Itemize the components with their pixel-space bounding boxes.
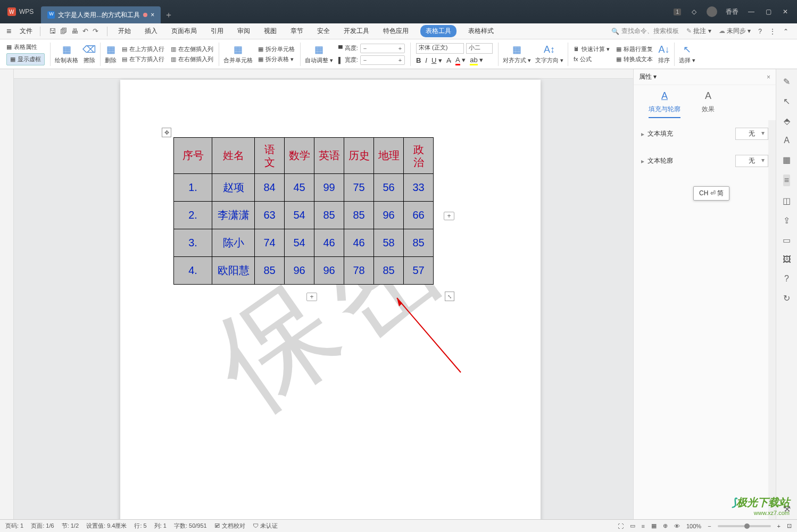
header-cell[interactable]: 政治 bbox=[404, 138, 434, 174]
fit-icon[interactable]: ⊡ bbox=[787, 522, 792, 529]
strike-button[interactable]: A̶ bbox=[446, 56, 451, 64]
width-minus[interactable]: − bbox=[361, 57, 369, 63]
text-fill-row[interactable]: ▸文本填充无 bbox=[634, 120, 776, 147]
tab-reference[interactable]: 引用 bbox=[209, 25, 226, 37]
panel-tab-fill[interactable]: A填充与轮廓 bbox=[649, 90, 680, 118]
view-print-icon[interactable]: ▭ bbox=[630, 522, 635, 529]
print-preview-icon[interactable]: 🗐 bbox=[60, 27, 67, 35]
command-search[interactable]: 🔍 查找命令、搜索模板 bbox=[611, 27, 679, 36]
font-color-button[interactable]: A ▾ bbox=[455, 56, 466, 65]
header-cell[interactable]: 数学 bbox=[285, 138, 314, 174]
col-width-control[interactable]: ▌ 宽度: −+ bbox=[338, 55, 405, 65]
tab-section[interactable]: 章节 bbox=[288, 25, 305, 37]
save-icon[interactable]: 🖫 bbox=[49, 27, 56, 35]
undo-icon[interactable]: ↶ bbox=[82, 27, 88, 35]
panel-title[interactable]: 属性 ▾ bbox=[639, 72, 657, 81]
view-outline-icon[interactable]: ≡ bbox=[642, 523, 645, 529]
grid-icon[interactable]: ▦ bbox=[783, 155, 791, 165]
draw-table-button[interactable]: ▦绘制表格 bbox=[53, 43, 80, 65]
tab-start[interactable]: 开始 bbox=[116, 25, 133, 37]
minimize-icon[interactable]: — bbox=[747, 7, 756, 16]
status-proof[interactable]: 🗹 文档校对 bbox=[214, 522, 245, 530]
header-cell[interactable]: 语文 bbox=[255, 138, 285, 174]
maximize-icon[interactable]: ▢ bbox=[764, 7, 773, 16]
panel-close-icon[interactable]: × bbox=[767, 73, 770, 81]
height-minus[interactable]: − bbox=[361, 45, 369, 52]
more-icon[interactable]: ⋮ bbox=[769, 28, 776, 35]
tab-close-icon[interactable]: × bbox=[151, 11, 154, 19]
autofit-button[interactable]: ▦自动调整 ▾ bbox=[303, 43, 335, 65]
tab-insert[interactable]: 插入 bbox=[143, 25, 160, 37]
outline-dropdown[interactable]: 无 bbox=[735, 155, 768, 167]
align-button[interactable]: ▦对齐方式 ▾ bbox=[501, 43, 533, 65]
insert-col-right[interactable]: ▥ 在右侧插入列 bbox=[171, 55, 213, 63]
insert-row-below[interactable]: ▤ 在下方插入行 bbox=[122, 55, 164, 63]
tab-dev-tools[interactable]: 开发工具 bbox=[342, 25, 371, 37]
collapse-icon[interactable]: ⌃ bbox=[783, 28, 788, 35]
zoom-value[interactable]: 100% bbox=[686, 523, 701, 529]
insert-row-above[interactable]: ▤ 在上方插入行 bbox=[122, 45, 164, 53]
font-name-combo[interactable]: 宋体 (正文) bbox=[416, 43, 464, 54]
zoom-in-icon[interactable]: + bbox=[777, 523, 781, 529]
data-table[interactable]: 序号 姓名 语文 数学 英语 历史 地理 政治 1.赵项844599755633… bbox=[173, 137, 434, 285]
tab-special[interactable]: 特色应用 bbox=[381, 25, 411, 37]
notification-badge[interactable]: 1 bbox=[674, 9, 681, 15]
help-icon[interactable]: ? bbox=[758, 28, 762, 35]
show-grid-toggle[interactable]: ▦ 显示虚框 bbox=[6, 53, 45, 65]
header-cell[interactable]: 英语 bbox=[314, 138, 344, 174]
sync-button[interactable]: ☁ 未同步 ▾ bbox=[719, 27, 751, 36]
header-cell[interactable]: 地理 bbox=[374, 138, 404, 174]
tab-table-style[interactable]: 表格样式 bbox=[466, 25, 496, 37]
zoom-out-icon[interactable]: − bbox=[708, 523, 711, 529]
header-cell[interactable]: 序号 bbox=[174, 138, 212, 174]
underline-button[interactable]: U ▾ bbox=[431, 56, 442, 64]
redo-icon[interactable]: ↷ bbox=[93, 27, 98, 35]
delete-button[interactable]: ▦删除 bbox=[103, 43, 119, 65]
clipboard-icon[interactable]: ▭ bbox=[783, 235, 791, 245]
panel-tab-effect[interactable]: A效果 bbox=[702, 90, 715, 118]
vertical-ruler[interactable] bbox=[0, 69, 14, 519]
status-page-no[interactable]: 页码: 1 bbox=[5, 522, 23, 530]
zoom-slider[interactable] bbox=[718, 525, 771, 527]
erase-button[interactable]: ⌫擦除 bbox=[80, 43, 98, 65]
insert-col-left[interactable]: ▥ 在左侧插入列 bbox=[171, 45, 213, 53]
hamburger-icon[interactable]: ≡ bbox=[4, 27, 13, 36]
status-page[interactable]: 页面: 1/6 bbox=[31, 522, 54, 530]
share-icon[interactable]: ⇪ bbox=[783, 215, 790, 226]
text-outline-row[interactable]: ▸文本轮廓无 bbox=[634, 147, 776, 174]
height-input[interactable] bbox=[369, 45, 396, 52]
file-menu[interactable]: 文件 bbox=[15, 26, 37, 37]
tab-page-layout[interactable]: 页面布局 bbox=[169, 25, 199, 37]
fullscreen-icon[interactable]: ⛶ bbox=[618, 523, 624, 529]
formula-button[interactable]: fx 公式 bbox=[574, 55, 610, 63]
quick-calc-button[interactable]: 🖩 快速计算 ▾ bbox=[574, 45, 610, 53]
convert-to-text-button[interactable]: ▦ 转换成文本 bbox=[616, 55, 653, 63]
width-plus[interactable]: + bbox=[396, 57, 404, 63]
italic-button[interactable]: I bbox=[425, 56, 427, 64]
tab-review[interactable]: 审阅 bbox=[235, 25, 252, 37]
annotate-button[interactable]: ✎ 批注 ▾ bbox=[686, 27, 711, 36]
new-tab-button[interactable]: ＋ bbox=[161, 10, 177, 21]
sort-button[interactable]: A↓排序 bbox=[656, 43, 672, 65]
heading-repeat-button[interactable]: ▦ 标题行重复 bbox=[616, 45, 653, 53]
expand-icon[interactable]: ▸ bbox=[641, 130, 644, 138]
user-avatar-icon[interactable] bbox=[707, 6, 717, 17]
layer-icon[interactable]: ◫ bbox=[783, 196, 791, 206]
fill-dropdown[interactable]: 无 bbox=[735, 128, 768, 140]
settings-icon[interactable]: ≡ bbox=[783, 174, 790, 186]
print-icon[interactable]: 🖶 bbox=[71, 27, 78, 35]
edit-tool-icon[interactable]: ✎ bbox=[783, 77, 790, 87]
tab-security[interactable]: 安全 bbox=[315, 25, 332, 37]
row-height-control[interactable]: ▀ 高度: −+ bbox=[338, 44, 405, 53]
view-read-icon[interactable]: ⊕ bbox=[663, 522, 668, 529]
add-column-button[interactable]: + bbox=[444, 212, 454, 220]
table-resize-handle-icon[interactable]: ⤡ bbox=[445, 292, 454, 301]
width-input[interactable] bbox=[369, 57, 396, 63]
bold-button[interactable]: B bbox=[416, 56, 421, 64]
status-section[interactable]: 节: 1/2 bbox=[62, 522, 79, 530]
height-plus[interactable]: + bbox=[396, 45, 404, 52]
view-web-icon[interactable]: ▦ bbox=[651, 522, 657, 529]
status-words[interactable]: 字数: 50/951 bbox=[174, 522, 207, 530]
merge-cells-button[interactable]: ▦合并单元格 bbox=[221, 43, 255, 65]
close-icon[interactable]: ✕ bbox=[781, 7, 790, 16]
